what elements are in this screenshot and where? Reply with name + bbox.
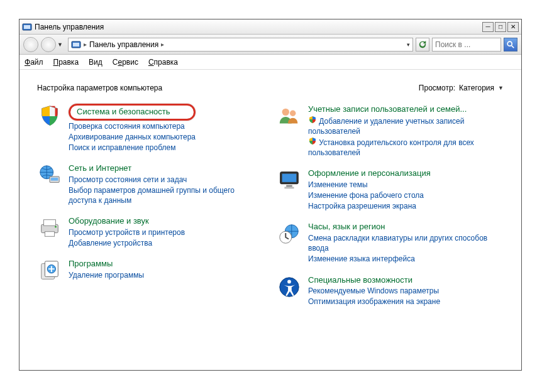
monitor-icon: [277, 168, 302, 193]
control-panel-window: Панель управления ─ □ ✕ ▼ ▸ Панель управ…: [19, 19, 522, 371]
content-header: Настройка параметров компьютера Просмотр…: [37, 84, 504, 92]
sublink[interactable]: Просмотр состояния сети и задач: [69, 175, 264, 185]
svg-rect-19: [282, 174, 297, 182]
accessibility-icon: [277, 275, 302, 300]
category-clock-region: Часы, язык и регион Смена раскладки клав…: [277, 221, 504, 264]
menu-view[interactable]: Вид: [89, 58, 102, 67]
users-icon: [277, 104, 302, 129]
uac-shield-icon: [308, 116, 317, 124]
view-selector[interactable]: Просмотр: Категория ▼: [419, 84, 504, 92]
category-system-security: Система и безопасность Проверка состояни…: [37, 104, 264, 153]
view-value: Категория: [459, 84, 494, 92]
sublink[interactable]: Добавление устройства: [69, 238, 185, 248]
right-column: Учетные записи пользователей и семей... …: [277, 104, 504, 307]
sublink[interactable]: Оптимизация изображения на экране: [308, 297, 440, 307]
category-title-link[interactable]: Часы, язык и регион: [308, 221, 504, 232]
svg-rect-3: [73, 43, 79, 46]
view-label: Просмотр:: [419, 84, 455, 92]
sublink[interactable]: Смена раскладки клавиатуры или других сп…: [308, 233, 504, 253]
category-title-link[interactable]: Программы: [69, 258, 144, 270]
left-column: Система и безопасность Проверка состояни…: [37, 104, 264, 307]
clock-globe-icon: [277, 221, 302, 246]
globe-network-icon: [37, 163, 62, 188]
category-title-link[interactable]: Оформление и персонализация: [308, 168, 431, 179]
search-button[interactable]: [504, 38, 517, 52]
category-hardware: Оборудование и звук Просмотр устройств и…: [37, 215, 264, 248]
back-button[interactable]: [23, 37, 38, 52]
forward-button[interactable]: [41, 37, 56, 52]
svg-point-12: [55, 226, 57, 228]
content-area: Настройка параметров компьютера Просмотр…: [19, 70, 521, 370]
programs-icon: [37, 258, 62, 283]
svg-point-16: [282, 109, 289, 116]
sublink[interactable]: Рекомендуемые Windows параметры: [308, 286, 440, 296]
sublink[interactable]: Проверка состояния компьютера: [69, 121, 196, 131]
titlebar[interactable]: Панель управления ─ □ ✕: [19, 19, 521, 35]
category-title-link[interactable]: Специальные возможности: [308, 275, 440, 286]
menu-edit[interactable]: Правка: [53, 58, 79, 67]
refresh-button[interactable]: [416, 38, 429, 52]
svg-point-25: [287, 280, 291, 283]
category-accessibility: Специальные возможности Рекомендуемые Wi…: [277, 275, 504, 307]
sublink[interactable]: Удаление программы: [69, 270, 144, 280]
category-users: Учетные записи пользователей и семей... …: [277, 104, 504, 158]
sublink[interactable]: Добавление и удаление учетных записей по…: [308, 116, 504, 136]
svg-rect-11: [45, 232, 54, 237]
minimize-button[interactable]: ─: [482, 22, 494, 32]
sublink[interactable]: Настройка разрешения экрана: [308, 201, 431, 211]
control-panel-icon: [71, 40, 81, 50]
sublink[interactable]: Архивирование данных компьютера: [69, 132, 196, 142]
address-bar[interactable]: ▸ Панель управления ▸ ▾: [68, 38, 413, 52]
maximize-button[interactable]: □: [495, 22, 506, 32]
sublink[interactable]: Изменение фона рабочего стола: [308, 190, 431, 200]
address-dropdown-icon[interactable]: ▾: [407, 41, 410, 48]
menu-help[interactable]: Справка: [148, 58, 178, 67]
sublink[interactable]: Поиск и исправление проблем: [69, 143, 196, 153]
search-input[interactable]: [432, 38, 501, 52]
svg-rect-21: [284, 187, 294, 189]
svg-line-5: [512, 45, 514, 48]
svg-point-17: [290, 111, 296, 117]
category-title-link[interactable]: Оборудование и звук: [69, 215, 185, 227]
navigation-bar: ▼ ▸ Панель управления ▸ ▾: [19, 35, 521, 55]
history-dropdown-icon[interactable]: ▼: [57, 41, 63, 48]
sublink[interactable]: Изменение темы: [308, 180, 431, 190]
menu-file[interactable]: ФФайлайл: [25, 58, 43, 67]
menu-tools[interactable]: Сервис: [113, 58, 138, 67]
sublink[interactable]: Изменение языка интерфейса: [308, 254, 504, 264]
category-title-link[interactable]: Система и безопасность: [77, 107, 170, 116]
category-programs: Программы Удаление программы: [37, 258, 264, 283]
svg-rect-20: [286, 185, 292, 187]
svg-point-4: [507, 41, 512, 46]
close-button[interactable]: ✕: [507, 22, 519, 32]
menu-bar: ФФайлайл Правка Вид Сервис Справка: [19, 55, 521, 70]
category-title-link[interactable]: Учетные записи пользователей и семей...: [308, 104, 504, 115]
control-panel-icon: [22, 22, 32, 32]
svg-rect-8: [51, 178, 58, 181]
chevron-down-icon: ▼: [498, 85, 504, 91]
window-title: Панель управления: [35, 23, 481, 31]
printer-icon: [37, 215, 62, 241]
chevron-right-icon[interactable]: ▸: [161, 41, 164, 48]
category-appearance: Оформление и персонализация Изменение те…: [277, 168, 504, 211]
shield-icon: [37, 104, 62, 129]
svg-rect-10: [44, 220, 56, 226]
category-title-link[interactable]: Сеть и Интернет: [69, 163, 264, 174]
breadcrumb-location[interactable]: Панель управления: [89, 40, 158, 49]
sublink[interactable]: Просмотр устройств и принтеров: [69, 227, 185, 237]
category-columns: Система и безопасность Проверка состояни…: [37, 104, 504, 307]
svg-rect-1: [24, 25, 30, 29]
category-network: Сеть и Интернет Просмотр состояния сети …: [37, 163, 264, 205]
page-title: Настройка параметров компьютера: [37, 84, 162, 92]
chevron-right-icon: ▸: [84, 41, 87, 48]
uac-shield-icon: [308, 137, 317, 146]
sublink[interactable]: Установка родительского контроля для все…: [308, 137, 504, 158]
highlight-ring: Система и безопасность: [69, 104, 196, 121]
sublink[interactable]: Выбор параметров домашней группы и общег…: [69, 185, 264, 205]
